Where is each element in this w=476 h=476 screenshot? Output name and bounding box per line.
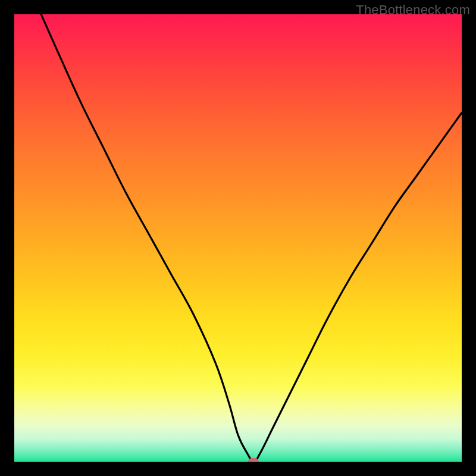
- plot-area: [14, 14, 462, 462]
- bottleneck-curve: [14, 14, 462, 462]
- minimum-marker: [248, 458, 259, 462]
- watermark-text: TheBottleneck.com: [356, 2, 470, 18]
- chart-frame: TheBottleneck.com: [0, 0, 476, 476]
